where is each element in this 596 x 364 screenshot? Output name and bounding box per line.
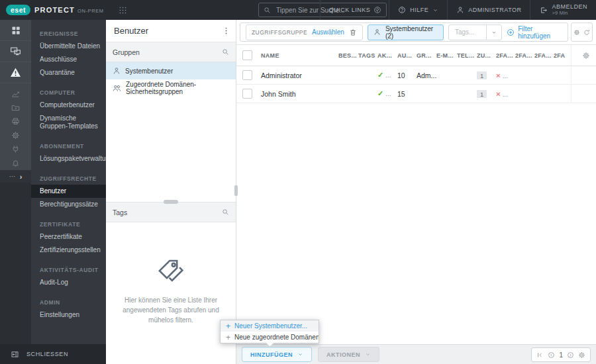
- chart-icon: [11, 89, 20, 98]
- sidebar-item-audit-log[interactable]: Audit-Log: [31, 276, 106, 289]
- add-button-label: HINZUFÜGEN: [250, 351, 293, 358]
- help-menu[interactable]: HILFE: [389, 0, 447, 20]
- sidebar-item-peerzertifikate[interactable]: Peerzertifikate: [31, 230, 106, 244]
- user-icon: [456, 6, 464, 14]
- table-row[interactable]: John Smith ✓... 15 1 ×...: [236, 85, 596, 103]
- tags-filter-dropdown[interactable]: Tags...: [448, 24, 502, 40]
- sidebar-item-einstellungen[interactable]: Einstellungen: [31, 308, 106, 322]
- sidebar-item-dynamische-gruppen-templates[interactable]: Dynamische Gruppen-Templates: [31, 112, 106, 133]
- cross-icon: ×: [496, 90, 501, 98]
- dropdown-toggle[interactable]: [486, 25, 501, 40]
- column-header-tags[interactable]: TAGS: [358, 52, 377, 59]
- row-checkbox[interactable]: [242, 70, 252, 80]
- column-header-zugewiesen[interactable]: ZU...: [477, 52, 496, 59]
- column-header-2fa-4[interactable]: 2FA: [554, 52, 571, 59]
- column-header-2fa-1[interactable]: 2FA...: [496, 52, 515, 59]
- column-header-name[interactable]: NAME: [261, 52, 338, 59]
- group-filter-chip[interactable]: Systembenutzer (2): [368, 24, 444, 40]
- group-item-systembenutzer[interactable]: Systembenutzer: [106, 62, 236, 79]
- menu-item-label: Neuer Systembenutzer...: [234, 322, 307, 330]
- add-filter-button[interactable]: Filter hinzufügen: [507, 25, 562, 40]
- sidebar-item-benutzer[interactable]: Benutzer: [31, 185, 106, 198]
- access-group-chip: ZUGRIFFSGRUPPE Auswählen: [246, 24, 363, 40]
- sidebar-item-ausschluesse[interactable]: Ausschlüsse: [31, 53, 106, 66]
- sidebar-nav: EREIGNISSE Übermittelte Dateien Ausschlü…: [31, 20, 106, 344]
- user-label: ADMINISTRATOR: [468, 7, 521, 13]
- collapse-label: SCHLIESSEN: [26, 351, 68, 357]
- next-page-icon[interactable]: [567, 351, 574, 359]
- menu-item-label: Neue zugeordnete Domänen-Sic...: [234, 334, 319, 341]
- search-icon[interactable]: [222, 208, 229, 216]
- rail-item-tasks[interactable]: [0, 101, 31, 114]
- app-launcher-icon[interactable]: [119, 6, 127, 15]
- logout-button[interactable]: ABMELDEN >9 Min: [530, 0, 596, 20]
- column-header-email[interactable]: E-M...: [436, 52, 457, 59]
- table-header: NAME BES... TAGS AK... AU... GR... E-M..…: [236, 45, 596, 66]
- logout-label: ABMELDEN: [552, 4, 587, 10]
- nav-section-computer: COMPUTER: [31, 87, 106, 99]
- user-name: John Smith: [261, 90, 338, 98]
- chevron-down-icon: [374, 7, 380, 13]
- cell-zugewiesen: 1: [477, 90, 496, 98]
- column-header-beschreibung[interactable]: BES...: [338, 52, 358, 59]
- sidebar-collapse-button[interactable]: SCHLIESSEN: [0, 344, 106, 364]
- add-button[interactable]: HINZUFÜGEN: [242, 347, 312, 362]
- group-filter-label: Systembenutzer (2): [385, 25, 438, 40]
- truncation-ellipsis: ...: [503, 91, 508, 98]
- column-header-gruppe[interactable]: GR...: [417, 52, 436, 59]
- access-group-select-link[interactable]: Auswählen: [312, 28, 344, 36]
- rail-item-dashboard[interactable]: [0, 20, 31, 41]
- column-header-telefon[interactable]: TEL...: [457, 52, 477, 59]
- splitter-handle-horizontal[interactable]: [164, 200, 178, 204]
- column-header-2fa-3[interactable]: 2FA...: [534, 52, 554, 59]
- rail-item-reports[interactable]: [0, 87, 31, 101]
- top-bar: eset PROTECT ON-PREM QUICK LINKS HILFE A…: [0, 0, 596, 20]
- column-header-aktiviert[interactable]: AK...: [377, 52, 397, 59]
- nav-section-zugriffsrechte: ZUGRIFFSRECHTE: [31, 173, 106, 185]
- rail-expand-button[interactable]: ⋯›: [0, 170, 31, 183]
- sidebar-item-berechtigungssaetze[interactable]: Berechtigungssätze: [31, 198, 106, 211]
- select-all-checkbox[interactable]: [242, 50, 252, 60]
- nav-section-abonnement: ABONNEMENT: [31, 140, 106, 152]
- nav-section-zertifikate: ZERTIFIKATE: [31, 218, 106, 230]
- rail-item-integrations[interactable]: [0, 156, 31, 170]
- previous-page-icon[interactable]: [548, 351, 555, 359]
- quick-links-menu[interactable]: QUICK LINKS: [320, 0, 389, 20]
- sidebar-item-loesungspaketverwaltung[interactable]: Lösungspaketverwaltung: [31, 152, 106, 165]
- table-settings-gear-icon[interactable]: [582, 52, 590, 60]
- splitter-handle-vertical[interactable]: [234, 185, 238, 196]
- rail-item-installers[interactable]: [0, 114, 31, 128]
- rail-item-notifications[interactable]: [0, 142, 31, 156]
- column-header-auto-logout[interactable]: AU...: [397, 52, 417, 59]
- refresh-icon[interactable]: [583, 29, 590, 36]
- rail-item-policies[interactable]: [0, 128, 31, 142]
- search-icon[interactable]: [222, 48, 229, 56]
- rail-item-detections[interactable]: [0, 62, 31, 83]
- quick-links-label: QUICK LINKS: [329, 7, 371, 13]
- rail-item-computers[interactable]: [0, 41, 31, 62]
- group-item-domaenen-sicherheitsgruppen[interactable]: Zugeordnete Domänen-Sicherheitsgruppen: [106, 79, 236, 97]
- sidebar-item-quarantaene[interactable]: Quarantäne: [31, 66, 106, 79]
- pagination-settings-gear-icon[interactable]: [578, 351, 585, 359]
- panel-menu-icon[interactable]: [222, 26, 230, 35]
- column-header-2fa-2[interactable]: 2FA...: [515, 52, 534, 59]
- trash-icon[interactable]: [349, 28, 357, 36]
- row-checkbox[interactable]: [242, 89, 252, 99]
- page-number: 1: [559, 351, 563, 359]
- chevron-down-icon: [365, 351, 371, 357]
- first-page-icon[interactable]: [536, 351, 544, 359]
- table-row[interactable]: Administrator ✓... 10 Adm... 1 ×...: [236, 66, 596, 85]
- actions-button[interactable]: AKTIONEN: [318, 347, 379, 362]
- add-filter-label: Filter hinzufügen: [518, 25, 562, 40]
- panel-title: Benutzer: [114, 26, 222, 36]
- check-icon: ✓: [377, 89, 383, 97]
- groups-header-label: Gruppen: [113, 48, 222, 56]
- dashboard-icon: [11, 25, 21, 36]
- sidebar-item-uebermittelte-dateien[interactable]: Übermittelte Dateien: [31, 40, 106, 53]
- user-menu[interactable]: ADMINISTRATOR: [447, 0, 530, 20]
- folder-icon: [11, 103, 20, 112]
- sidebar-item-zertifizierungsstellen[interactable]: Zertifizierungsstellen: [31, 244, 106, 257]
- menu-item-neuer-systembenutzer[interactable]: + Neuer Systembenutzer...: [221, 320, 319, 332]
- gear-icon[interactable]: [573, 29, 580, 36]
- sidebar-item-computerbenutzer[interactable]: Computerbenutzer: [31, 99, 106, 112]
